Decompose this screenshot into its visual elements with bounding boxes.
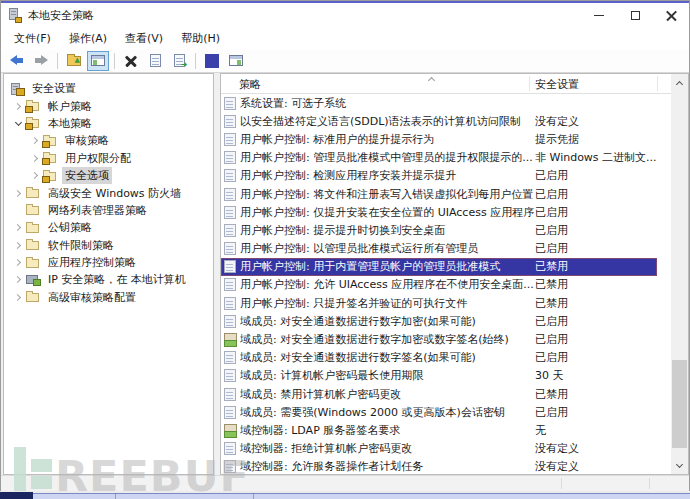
tree-expand-toggle[interactable] (10, 191, 26, 196)
chevron-right-icon (13, 189, 20, 196)
back-button[interactable] (6, 51, 28, 71)
policy-row[interactable]: 用户帐户控制: 标准用户的提升提示行为提示凭据 (221, 130, 657, 148)
properties-button[interactable] (144, 51, 166, 71)
taskbar-divider (253, 493, 254, 499)
tree-expand-toggle[interactable] (27, 156, 43, 161)
menu-item[interactable]: 查看(V) (116, 28, 172, 49)
tree-expand-toggle[interactable] (10, 120, 26, 127)
tree-expand-toggle[interactable] (10, 104, 26, 109)
export-list-button[interactable] (168, 51, 190, 71)
column-header-policy[interactable]: 策略 (239, 77, 261, 92)
menu-item[interactable]: 操作(A) (60, 28, 116, 49)
tree-item-label: 本地策略 (45, 115, 95, 132)
close-button[interactable] (653, 3, 689, 27)
titlebar[interactable]: 本地安全策略 (1, 3, 689, 27)
policy-doc-icon (224, 315, 236, 328)
scrollbar-thumb[interactable] (672, 360, 687, 448)
tree-expand-toggle[interactable] (27, 138, 43, 143)
scroll-down-button[interactable] (671, 457, 688, 474)
column-header-setting[interactable]: 安全设置 (535, 77, 579, 92)
minimize-icon (594, 15, 604, 16)
policy-row[interactable]: 系统设置: 可选子系统 (221, 94, 657, 112)
show-hide-action-pane-button[interactable] (225, 51, 247, 71)
folder-lock-icon (26, 100, 41, 112)
delete-button[interactable] (120, 51, 142, 71)
security-setting-value: 已启用 (535, 405, 568, 420)
tree-expand-toggle[interactable] (27, 173, 43, 178)
tree-item-local-policies[interactable]: 本地策略 (4, 115, 213, 132)
policy-row[interactable]: 用户帐户控制: 只提升签名并验证的可执行文件已禁用 (221, 294, 657, 312)
taskbar-start-segment (0, 492, 33, 499)
policy-row[interactable]: 用户帐户控制: 管理员批准模式中管理员的提升权限提示的...非 Windows … (221, 149, 657, 167)
policy-row[interactable]: 域成员: 禁用计算机帐户密码更改已禁用 (221, 385, 657, 403)
tree-expand-toggle[interactable] (10, 243, 26, 248)
tree-item-advanced-audit-config[interactable]: 高级审核策略配置 (4, 289, 213, 306)
security-setting-value: 没有定义 (535, 459, 579, 474)
policy-row[interactable]: 用户帐户控制: 以管理员批准模式运行所有管理员已启用 (221, 240, 657, 258)
policy-row[interactable]: 用户帐户控制: 用于内置管理员帐户的管理员批准模式已禁用 (221, 258, 657, 276)
tree-item-account-policies[interactable]: 帐户策略 (4, 97, 213, 114)
policy-name: 用户帐户控制: 管理员批准模式中管理员的提升权限提示的... (240, 150, 535, 165)
policy-row[interactable]: 用户帐户控制: 将文件和注册表写入错误虚拟化到每用户位置已启用 (221, 185, 657, 203)
status-divider (649, 478, 650, 489)
help-button[interactable] (201, 51, 223, 71)
taskbar-light-strip (33, 493, 690, 499)
tree-item-user-rights-assignment[interactable]: 用户权限分配 (4, 150, 213, 167)
policy-row[interactable]: 域控制器: 拒绝计算机帐户密码更改没有定义 (221, 440, 657, 458)
policy-row[interactable]: 域成员: 计算机帐户密码最长使用期限30 天 (221, 367, 657, 385)
tree-item-public-key-policies[interactable]: 公钥策略 (4, 219, 213, 236)
tree-item-label: 审核策略 (62, 132, 112, 149)
tree-item-network-list-manager[interactable]: 网络列表管理器策略 (4, 202, 213, 219)
tree-item-application-control[interactable]: 应用程序控制策略 (4, 254, 213, 271)
policy-row[interactable]: 域成员: 对安全通道数据进行数字加密(如果可能)已启用 (221, 312, 657, 330)
menu-item[interactable]: 帮助(H) (172, 28, 229, 49)
tree-item-windows-firewall[interactable]: 高级安全 Windows 防火墙 (4, 184, 213, 201)
tree-item-security-settings[interactable]: 安全设置 (4, 80, 213, 97)
security-setting-value: 非 Windows 二进制文... (535, 150, 657, 165)
minimize-button[interactable] (581, 3, 617, 27)
policy-row[interactable]: 用户帐户控制: 仅提升安装在安全位置的 UIAccess 应用程序已启用 (221, 203, 657, 221)
chevron-right-icon (13, 276, 20, 283)
tree-expand-toggle[interactable] (10, 260, 26, 265)
column-divider[interactable] (657, 76, 658, 91)
policy-doc-icon (224, 224, 236, 237)
policy-row[interactable]: 用户帐户控制: 提示提升时切换到安全桌面已启用 (221, 221, 657, 239)
tree-expand-toggle[interactable] (10, 295, 26, 300)
forward-button[interactable] (30, 51, 52, 71)
policy-row[interactable]: 用户帐户控制: 检测应用程序安装并提示提升已启用 (221, 167, 657, 185)
maximize-button[interactable] (617, 3, 653, 27)
policy-name: 用户帐户控制: 仅提升安装在安全位置的 UIAccess 应用程序 (240, 205, 535, 220)
policy-row[interactable]: 用户帐户控制: 允许 UIAccess 应用程序在不使用安全桌面...已禁用 (221, 276, 657, 294)
column-divider[interactable] (529, 76, 530, 91)
up-one-level-button[interactable] (63, 51, 85, 71)
policy-row[interactable]: 域成员: 需要强(Windows 2000 或更高版本)会话密钥已启用 (221, 403, 657, 421)
policy-name: 域成员: 对安全通道数据进行数字签名(如果可能) (240, 350, 535, 365)
policy-doc-icon (224, 460, 236, 473)
policy-doc-icon (224, 260, 236, 273)
policy-row[interactable]: 域控制器: LDAP 服务器签名要求无 (221, 421, 657, 439)
tree-item-software-restriction[interactable]: 软件限制策略 (4, 237, 213, 254)
policy-row[interactable]: 域控制器: 允许服务器操作者计划任务没有定义 (221, 458, 657, 474)
tree-item-label: 高级审核策略配置 (45, 289, 139, 306)
tree-item-audit-policy[interactable]: 审核策略 (4, 132, 213, 149)
chevron-down-icon (14, 119, 21, 126)
delete-icon (125, 55, 137, 67)
tree-expand-toggle[interactable] (10, 225, 26, 230)
security-setting-value: 已启用 (535, 205, 568, 220)
vertical-scrollbar[interactable] (671, 74, 688, 474)
show-hide-console-tree-button[interactable] (87, 51, 109, 71)
policy-name: 域成员: 对安全通道数据进行数字加密或数字签名(始终) (240, 332, 535, 347)
show-hide-console-tree-icon (91, 55, 105, 66)
folder-icon (26, 187, 41, 199)
policy-row[interactable]: 域成员: 对安全通道数据进行数字签名(如果可能)已启用 (221, 349, 657, 367)
chevron-right-icon (13, 259, 20, 266)
policy-row[interactable]: 以安全描述符定义语言(SDDL)语法表示的计算机访问限制没有定义 (221, 112, 657, 130)
policy-row[interactable]: 域成员: 对安全通道数据进行数字加密或数字签名(始终)已启用 (221, 330, 657, 348)
menu-item[interactable]: 文件(F) (5, 28, 60, 49)
taskbar-edge (0, 491, 690, 499)
tree-item-security-options[interactable]: 安全选项 (4, 167, 213, 184)
scroll-up-button[interactable] (671, 74, 688, 91)
tree-item-ip-security-policies[interactable]: IP 安全策略，在 本地计算机 (4, 271, 213, 288)
export-list-icon (174, 54, 185, 67)
tree-expand-toggle[interactable] (10, 277, 26, 282)
